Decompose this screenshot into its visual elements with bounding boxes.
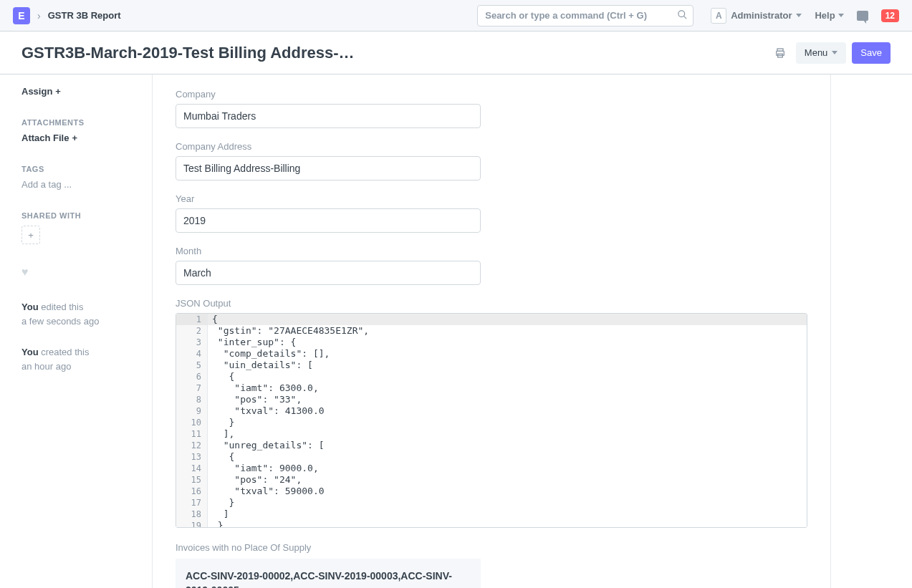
content: Assign+ ATTACHMENTS Attach File+ TAGS Ad… [0, 74, 912, 588]
chevron-down-icon [796, 14, 802, 17]
print-button[interactable] [770, 43, 790, 63]
code-text: } [208, 520, 807, 528]
code-line[interactable]: 14 "iamt": 9000.0, [176, 463, 807, 474]
menu-label: Menu [805, 47, 828, 58]
code-line[interactable]: 6 { [176, 371, 807, 382]
code-line[interactable]: 10 } [176, 417, 807, 428]
code-text: { [208, 451, 807, 463]
breadcrumb-item[interactable]: GSTR 3B Report [48, 10, 121, 21]
line-number: 2 [176, 325, 208, 337]
svg-line-1 [684, 16, 687, 19]
code-line[interactable]: 11 ], [176, 428, 807, 440]
code-text: "comp_details": [], [208, 348, 807, 360]
field-month: Month [176, 246, 807, 285]
code-text: "inter_sup": { [208, 337, 807, 348]
line-number: 5 [176, 360, 208, 371]
code-line[interactable]: 7 "iamt": 6300.0, [176, 382, 807, 394]
code-line[interactable]: 13 { [176, 451, 807, 463]
line-number: 3 [176, 337, 208, 348]
code-text: "unreg_details": [ [208, 440, 807, 451]
tags-input[interactable]: Add a tag ... [21, 179, 152, 190]
code-line[interactable]: 12 "unreg_details": [ [176, 440, 807, 451]
attach-file-button[interactable]: Attach File+ [21, 132, 152, 143]
user-menu[interactable]: A Administrator [711, 8, 802, 24]
topbar: E › GSTR 3B Report A Administrator Help … [0, 0, 912, 32]
json-output-editor[interactable]: 1{2 "gstin": "27AAECE4835E1ZR",3 "inter_… [176, 313, 807, 528]
code-text: } [208, 497, 807, 509]
search-icon [677, 9, 688, 22]
code-text: "iamt": 9000.0, [208, 463, 807, 474]
timeline-action: created this [41, 347, 89, 357]
save-button[interactable]: Save [852, 42, 891, 64]
tags-header: TAGS [21, 165, 152, 173]
assign-button[interactable]: Assign+ [21, 86, 152, 97]
timeline-time: a few seconds ago [21, 316, 99, 327]
help-menu[interactable]: Help [815, 10, 843, 21]
line-number: 10 [176, 417, 208, 428]
month-input[interactable] [176, 261, 481, 285]
chevron-down-icon [832, 51, 837, 54]
code-line[interactable]: 19 } [176, 520, 807, 528]
comments-icon[interactable] [857, 11, 868, 21]
form-area: Company Company Address Year Month JSON … [152, 74, 831, 588]
missing-invoices-label: Invoices with no Place Of Supply [176, 542, 807, 553]
year-input[interactable] [176, 208, 481, 233]
year-label: Year [176, 193, 807, 204]
line-number: 12 [176, 440, 208, 451]
code-line[interactable]: 18 ] [176, 509, 807, 520]
line-number: 18 [176, 509, 208, 520]
line-number: 7 [176, 382, 208, 394]
page-actions: Menu Save [770, 42, 891, 64]
line-number: 16 [176, 486, 208, 497]
code-text: "uin_details": [ [208, 360, 807, 371]
field-year: Year [176, 193, 807, 233]
page-title: GSTR3B-March-2019-Test Billing Address-… [21, 44, 355, 62]
nav-right: A Administrator Help 12 [711, 8, 899, 24]
line-number: 15 [176, 474, 208, 486]
help-label: Help [815, 10, 835, 21]
code-line[interactable]: 1{ [176, 314, 807, 325]
code-line[interactable]: 16 "txval": 59000.0 [176, 486, 807, 497]
code-text: { [208, 314, 807, 325]
notification-badge[interactable]: 12 [881, 9, 899, 22]
address-input[interactable] [176, 156, 481, 180]
search-wrap [477, 5, 693, 26]
code-line[interactable]: 15 "pos": "24", [176, 474, 807, 486]
search-input[interactable] [477, 5, 693, 26]
code-line[interactable]: 17 } [176, 497, 807, 509]
menu-button[interactable]: Menu [796, 42, 847, 64]
code-text: "txval": 59000.0 [208, 486, 807, 497]
timeline-user: You [21, 347, 39, 357]
timeline-user: You [21, 302, 39, 312]
line-number: 1 [176, 314, 208, 325]
line-number: 11 [176, 428, 208, 440]
code-line[interactable]: 5 "uin_details": [ [176, 360, 807, 371]
timeline-entry: You edited this a few seconds ago [21, 300, 152, 328]
shared-header: SHARED WITH [21, 211, 152, 220]
assign-label: Assign [21, 86, 52, 97]
code-text: ], [208, 428, 807, 440]
code-text: "iamt": 6300.0, [208, 382, 807, 394]
timeline: You edited this a few seconds ago You cr… [21, 300, 152, 373]
code-line[interactable]: 4 "comp_details": [], [176, 348, 807, 360]
breadcrumb-separator: › [37, 10, 41, 21]
share-add-button[interactable]: + [21, 226, 40, 244]
like-button[interactable]: ♥ [21, 266, 152, 279]
json-output-label: JSON Output [176, 298, 807, 309]
code-text: ] [208, 509, 807, 520]
company-input[interactable] [176, 104, 481, 128]
line-number: 14 [176, 463, 208, 474]
sidebar: Assign+ ATTACHMENTS Attach File+ TAGS Ad… [0, 74, 152, 588]
plus-icon: + [72, 132, 77, 143]
code-line[interactable]: 8 "pos": "33", [176, 394, 807, 405]
avatar: A [711, 8, 726, 24]
code-line[interactable]: 3 "inter_sup": { [176, 337, 807, 348]
code-line[interactable]: 9 "txval": 41300.0 [176, 405, 807, 417]
user-name: Administrator [731, 10, 792, 21]
app-logo[interactable]: E [13, 7, 30, 24]
company-label: Company [176, 89, 807, 100]
code-line[interactable]: 2 "gstin": "27AAECE4835E1ZR", [176, 325, 807, 337]
code-text: { [208, 371, 807, 382]
code-text: "txval": 41300.0 [208, 405, 807, 417]
page-head: GSTR3B-March-2019-Test Billing Address-…… [0, 32, 912, 74]
